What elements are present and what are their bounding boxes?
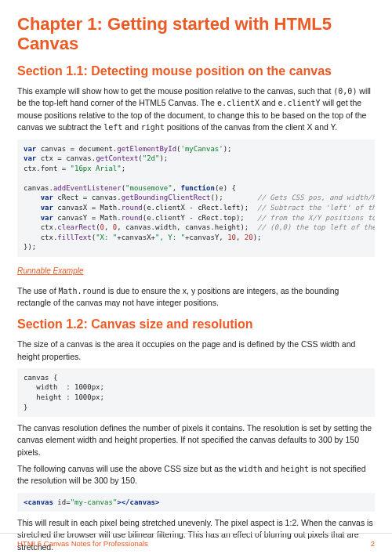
code-block-3: <canvas id="my-canvas"></canvas> [17, 493, 375, 512]
inline-code: right [141, 123, 165, 132]
text: and [263, 464, 281, 473]
text: and [260, 98, 278, 107]
section-1-1-intro: This example will show how to get the mo… [17, 85, 375, 134]
inline-code: height [281, 465, 309, 473]
inline-code: e.clientY [278, 99, 320, 107]
text: The following canvas will use the above … [17, 464, 239, 473]
section-1-2-p3: The following canvas will use the above … [17, 463, 375, 487]
inline-code: left [103, 123, 122, 132]
page-footer: HTML5 Canvas Notes for Professionals 2 [0, 533, 392, 554]
inline-code: Math.round [59, 287, 106, 295]
text: This example will show how to get the mo… [17, 86, 333, 96]
inline-code: e.clientX [217, 99, 260, 107]
section-1-1-heading: Section 1.1: Detecting mouse position on… [17, 62, 375, 80]
text: The use of [17, 286, 59, 295]
section-1-2-p1: The size of a canvas is the area it occu… [17, 339, 375, 362]
inline-code: width [239, 465, 263, 473]
section-1-2-heading: Section 1.2: Canvas size and resolution [17, 315, 375, 333]
text: and [122, 122, 140, 132]
code-block-1: var canvas = document.getElementById('my… [17, 139, 375, 258]
inline-code: (0,0) [333, 87, 357, 96]
text: positions of the canvas from the client … [165, 122, 337, 132]
section-1-2-p2: The canvas resolution defines the number… [17, 422, 375, 458]
page-number: 2 [371, 538, 375, 549]
code-block-2: canvas { width : 1000px; height : 1000px… [17, 368, 375, 417]
chapter-title: Chapter 1: Getting started with HTML5 Ca… [17, 14, 375, 54]
footer-title: HTML5 Canvas Notes for Professionals [17, 538, 148, 549]
runnable-example-link[interactable]: Runnable Example [17, 266, 84, 277]
section-1-1-p2: The use of Math.round is due to ensure t… [17, 285, 375, 310]
